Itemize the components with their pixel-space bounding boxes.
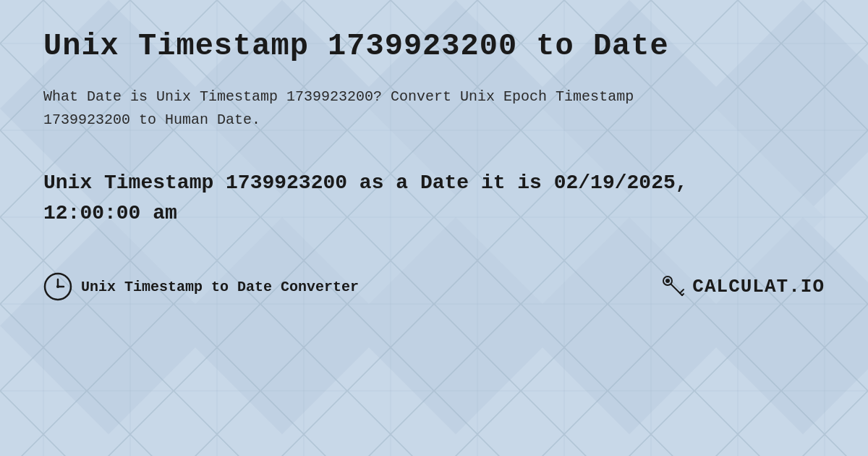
main-content: Unix Timestamp 1739923200 to Date What D… (0, 0, 868, 323)
footer: Unix Timestamp to Date Converter CALCULA… (43, 272, 825, 301)
calculator-icon (660, 274, 686, 300)
page-title: Unix Timestamp 1739923200 to Date (43, 29, 825, 64)
clock-icon (43, 272, 72, 301)
logo-text: CALCULAT.IO (692, 276, 825, 297)
footer-left: Unix Timestamp to Date Converter (43, 272, 359, 301)
calculat-logo[interactable]: CALCULAT.IO (660, 274, 825, 300)
footer-link[interactable]: Unix Timestamp to Date Converter (81, 279, 359, 295)
svg-line-29 (682, 294, 684, 295)
svg-line-28 (680, 290, 684, 293)
page-description: What Date is Unix Timestamp 1739923200? … (43, 85, 694, 132)
svg-point-24 (56, 285, 59, 288)
conversion-result: Unix Timestamp 1739923200 as a Date it i… (43, 168, 731, 229)
svg-point-26 (666, 279, 669, 282)
